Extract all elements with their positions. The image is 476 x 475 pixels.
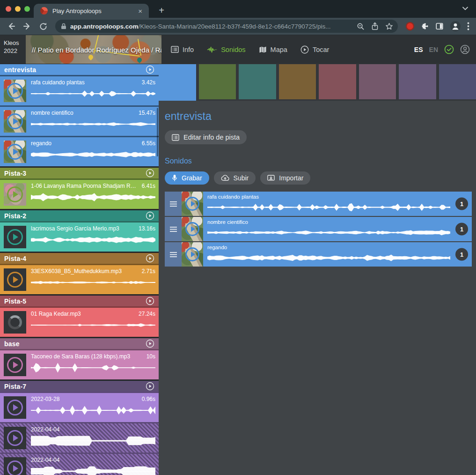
track-color-block-7[interactable]	[399, 64, 436, 99]
record-button[interactable]: Grabar	[165, 171, 209, 185]
play-sound-icon[interactable]	[7, 113, 23, 129]
section-header-pista-4[interactable]: Pista-4	[0, 253, 159, 264]
play-sound-icon[interactable]	[7, 430, 23, 446]
bookmark-star-icon[interactable]	[385, 22, 393, 30]
sound-row[interactable]: 2022-04-04	[0, 423, 159, 453]
play-sound-icon[interactable]	[7, 186, 23, 202]
profile-avatar[interactable]	[450, 21, 461, 32]
section-header-pista-2[interactable]: Pista-2	[0, 210, 159, 221]
browser-tab[interactable]: Play Antropoloops ×	[34, 4, 149, 18]
close-window-button[interactable]	[6, 6, 11, 12]
play-sound-icon[interactable]	[7, 400, 23, 416]
play-section-icon[interactable]	[146, 339, 154, 348]
import-button[interactable]: Importar	[260, 171, 310, 185]
sound-row[interactable]: nombre cientifico15.47s	[0, 107, 159, 136]
language-en[interactable]: EN	[429, 46, 438, 53]
tab-sonidos[interactable]: Sonidos	[207, 46, 245, 53]
url-bar[interactable]: app.antropoloops.com/Kleos-Santa-Marina/…	[55, 20, 398, 33]
sound-row[interactable]: regando6.55s	[0, 137, 159, 166]
track-color-block-4[interactable]	[279, 64, 316, 99]
section-header-entrevista[interactable]: entrevista	[0, 64, 159, 75]
account-icon[interactable]	[460, 45, 470, 54]
extensions-puzzle-icon[interactable]	[421, 22, 429, 30]
zoom-window-button[interactable]	[24, 6, 30, 12]
window-controls[interactable]	[6, 6, 30, 12]
sound-thumbnail[interactable]	[4, 183, 26, 206]
sound-thumbnail[interactable]	[4, 427, 26, 449]
share-icon[interactable]	[371, 22, 379, 30]
drag-handle[interactable]	[165, 217, 182, 241]
new-tab-button[interactable]: +	[155, 5, 168, 17]
browser-menu-dots-icon[interactable]	[467, 22, 469, 30]
play-section-icon[interactable]	[146, 65, 154, 74]
sync-ok-check-icon[interactable]	[444, 45, 454, 54]
drag-handle[interactable]	[165, 192, 182, 216]
play-section-icon[interactable]	[146, 254, 154, 263]
sound-thumbnail[interactable]	[182, 192, 203, 216]
sound-thumbnail[interactable]	[4, 268, 26, 291]
play-sound-icon[interactable]	[185, 197, 199, 211]
sound-thumbnail[interactable]	[4, 396, 26, 419]
tab-mapa[interactable]: Mapa	[259, 46, 287, 53]
sound-row[interactable]: 2022-03-280.96s	[0, 393, 159, 422]
minimize-window-button[interactable]	[15, 6, 21, 12]
play-sound-icon[interactable]	[7, 357, 23, 373]
sound-thumbnail[interactable]	[4, 457, 26, 475]
sound-row[interactable]: lacrimosa Sergio García Merlo.mp313.16s	[0, 223, 159, 252]
sound-thumbnail[interactable]	[182, 217, 203, 241]
panel-sound-row[interactable]: regando1	[165, 242, 472, 267]
play-section-icon[interactable]	[146, 211, 154, 220]
sound-thumbnail[interactable]	[4, 354, 26, 376]
app-logo[interactable]: Kleos 2022	[0, 35, 26, 64]
panel-sound-row[interactable]: rafa cuidando plantas1	[165, 192, 472, 216]
tab-tocar[interactable]: Tocar	[300, 45, 329, 54]
play-section-icon[interactable]	[146, 382, 154, 391]
section-header-pista-5[interactable]: Pista-5	[0, 296, 159, 306]
tab-search-chevron-icon[interactable]	[462, 6, 469, 11]
play-section-icon[interactable]	[146, 297, 154, 305]
sound-thumbnail[interactable]	[182, 242, 203, 267]
record-indicator-icon[interactable]	[405, 22, 415, 31]
language-es[interactable]: ES	[414, 46, 423, 53]
sound-thumbnail[interactable]	[4, 110, 26, 133]
sound-thumbnail[interactable]	[4, 311, 26, 334]
sound-row[interactable]: 01 Raga Kedar.mp327.24s	[0, 308, 159, 337]
play-sound-icon[interactable]	[7, 83, 23, 99]
sound-row[interactable]: 1-06 Lavanya Rama Poorna Shadjam Rupak..…	[0, 180, 159, 209]
play-sound-icon[interactable]	[185, 222, 199, 236]
sidebar-scrollbar[interactable]	[157, 108, 158, 156]
track-color-block-8[interactable]	[439, 64, 476, 99]
tab-close-icon[interactable]: ×	[136, 7, 144, 15]
track-color-block-1[interactable]	[159, 64, 196, 101]
edit-track-info-button[interactable]: Editar info de pista	[165, 130, 247, 144]
track-color-block-5[interactable]	[319, 64, 356, 99]
zoom-out-icon[interactable]	[357, 22, 365, 30]
sound-row[interactable]: rafa cuidando plantas3.42s	[0, 76, 159, 105]
tab-info[interactable]: Info	[171, 46, 194, 53]
project-map-thumbnail[interactable]: // Patio en Bordador Rodríguez Ojeda / R…	[26, 35, 161, 64]
section-header-pista-3[interactable]: Pista-3	[0, 168, 159, 178]
sound-row[interactable]: 33ESX6038_B5_Muthedukkum.mp32.71s	[0, 265, 159, 294]
sound-row[interactable]: 2022-04-04	[0, 454, 159, 475]
track-color-block-2[interactable]	[199, 64, 236, 99]
track-color-block-3[interactable]	[239, 64, 276, 99]
play-sound-icon[interactable]	[7, 229, 23, 245]
section-header-pista-7[interactable]: Pista-7	[0, 381, 159, 392]
play-sound-icon[interactable]	[7, 272, 23, 288]
side-panel-icon[interactable]	[435, 22, 444, 30]
play-sound-icon[interactable]	[7, 144, 23, 160]
back-button[interactable]	[5, 20, 18, 33]
sound-thumbnail[interactable]	[4, 141, 26, 163]
reload-button[interactable]	[37, 20, 50, 33]
upload-button[interactable]: Subir	[214, 171, 256, 185]
section-header-base[interactable]: base	[0, 338, 159, 349]
track-color-block-6[interactable]	[359, 64, 396, 99]
play-sound-icon[interactable]	[7, 460, 23, 475]
forward-button[interactable]	[21, 20, 34, 33]
sound-thumbnail[interactable]	[4, 80, 26, 102]
play-section-icon[interactable]	[146, 169, 154, 178]
panel-sound-row[interactable]: nombre cientifico1	[165, 217, 472, 241]
play-sound-icon[interactable]	[185, 247, 199, 261]
sound-thumbnail[interactable]	[4, 226, 26, 248]
drag-handle[interactable]	[165, 242, 182, 267]
